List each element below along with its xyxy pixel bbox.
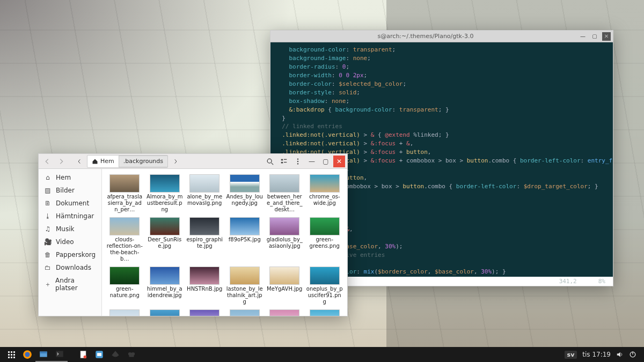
- window-minimize-button[interactable]: —: [305, 155, 318, 168]
- file-item[interactable]: MeYgAVH.jpg: [265, 265, 304, 306]
- window-maximize-button[interactable]: ▢: [319, 155, 332, 168]
- file-name-label: gladiolus_by_asiaonly.jpg: [266, 237, 303, 249]
- file-name-label: green-greens.png: [306, 237, 343, 249]
- file-item[interactable]: alone_by_memovaslg.png: [185, 173, 224, 214]
- window-minimize-button[interactable]: —: [579, 32, 587, 41]
- chevron-left-icon: [77, 159, 82, 164]
- file-manager-window: Hem .backgrounds — ▢ ✕ ⌂Hem▨Bilder🗎Dokum…: [38, 153, 348, 316]
- svg-rect-4: [284, 161, 287, 162]
- sidebar: ⌂Hem▨Bilder🗎Dokument⭳Hämtningar♫Musik🎥Vi…: [39, 169, 102, 316]
- thumbnail-icon: [109, 309, 140, 316]
- thumbnail-icon: [269, 217, 299, 235]
- thumbnail-icon: [189, 217, 219, 235]
- sidebar-item-papperskorg[interactable]: 🗑Papperskorg: [39, 248, 101, 261]
- file-name-label: Andes_by_loungedy.jpg: [226, 194, 264, 206]
- path-back-button[interactable]: [73, 155, 86, 168]
- thumbnail-icon: [310, 217, 340, 235]
- terminal-title: s@arch:~/.themes/Plano/gtk-3.0: [273, 33, 579, 40]
- view-mode-button[interactable]: [277, 155, 290, 168]
- menu-button[interactable]: [291, 155, 304, 168]
- file-item[interactable]: HNSTRnB.jpg: [185, 265, 224, 306]
- svg-rect-11: [40, 352, 47, 353]
- crumb-home[interactable]: Hem: [87, 156, 119, 167]
- firefox-launcher[interactable]: [19, 347, 35, 362]
- file-name-label: chrome_os-wide.jpg: [306, 194, 343, 206]
- file-manager-launcher[interactable]: [35, 347, 52, 362]
- file-item[interactable]: himmel_by_aidendrew.jpg: [145, 265, 185, 306]
- clock[interactable]: tis 17:19: [582, 351, 611, 358]
- app-launcher-1[interactable]: [91, 347, 107, 362]
- sidebar-item-label: Papperskorg: [56, 251, 96, 258]
- separator: [68, 347, 75, 362]
- icon-view[interactable]: afpera_traslasierra_by_adn_per…Almora_by…: [102, 169, 347, 316]
- path-forward-button[interactable]: [169, 155, 182, 168]
- generic-app-icon: [94, 350, 104, 359]
- thumbnail-icon: [269, 174, 299, 193]
- sidebar-item-downloads[interactable]: 🗀Downloads: [39, 261, 101, 274]
- file-item[interactable]: Almora_by_mustberesult.png: [145, 173, 185, 214]
- thumbnail-icon: [150, 267, 180, 285]
- file-item[interactable]: f89oP5K.jpg: [225, 216, 265, 263]
- keyboard-layout-indicator[interactable]: sv: [565, 351, 577, 359]
- file-item[interactable]: between_here_and_there_deskt…: [265, 173, 304, 214]
- sidebar-item-hem[interactable]: ⌂Hem: [39, 171, 101, 184]
- thumbnail-icon: [150, 309, 180, 316]
- sidebar-item-label: Hem: [56, 174, 71, 181]
- file-item[interactable]: purple_by_asiaonly.jpg: [185, 308, 224, 316]
- sidebar-item-video[interactable]: 🎥Video: [39, 235, 101, 248]
- file-item[interactable]: Andes_by_loungedy.jpg: [225, 173, 265, 214]
- file-item[interactable]: oneplus_by_puscifer91.png: [305, 265, 345, 306]
- sidebar-item-dokument[interactable]: 🗎Dokument: [39, 197, 101, 210]
- sidebar-item-bilder[interactable]: ▨Bilder: [39, 184, 101, 197]
- file-item[interactable]: clouds-reflection-on-the-beach-b…: [105, 216, 144, 263]
- applications-menu-button[interactable]: [3, 347, 19, 362]
- nav-forward-button[interactable]: [55, 155, 68, 168]
- thumbnail-icon: [230, 217, 260, 235]
- crumb-current[interactable]: .backgrounds: [119, 156, 168, 167]
- search-button[interactable]: [264, 155, 276, 168]
- file-name-label: HNSTRnB.jpg: [187, 286, 222, 292]
- svg-point-7: [297, 163, 298, 164]
- terminal-titlebar[interactable]: s@arch:~/.themes/Plano/gtk-3.0 — ▢ ✕: [270, 31, 613, 42]
- window-close-button[interactable]: ✕: [333, 156, 345, 167]
- window-maximize-button[interactable]: ▢: [590, 32, 599, 41]
- sidebar-item-musik[interactable]: ♫Musik: [39, 223, 101, 235]
- app-launcher-2[interactable]: [123, 347, 140, 362]
- file-item[interactable]: roseate_by_asiaonly.jpg: [265, 308, 304, 316]
- file-item[interactable]: chrome_os-wide.jpg: [305, 173, 345, 214]
- terminal-launcher[interactable]: [52, 347, 68, 362]
- grid-icon: [8, 351, 15, 358]
- volume-indicator[interactable]: [616, 351, 624, 358]
- file-item[interactable]: Deer_SunRise.jpg: [145, 216, 185, 263]
- file-item[interactable]: green-nature.png: [105, 265, 144, 306]
- sidebar-item-label: Bilder: [56, 187, 75, 194]
- sidebar-item-label: Video: [56, 238, 74, 246]
- sidebar-item-hämtningar[interactable]: ⭳Hämtningar: [39, 210, 101, 223]
- file-item[interactable]: gladiolus_by_asiaonly.jpg: [265, 216, 304, 263]
- file-item[interactable]: afpera_traslasierra_by_adn_per…: [105, 173, 144, 214]
- thumbnail-icon: [310, 267, 340, 285]
- sidebar-item-label: Downloads: [56, 264, 91, 271]
- sidebar-item-andra platser[interactable]: ＋Andra platser: [39, 274, 101, 294]
- home-icon: [92, 158, 98, 165]
- svg-point-14: [84, 356, 87, 359]
- file-item[interactable]: green-greens.png: [305, 216, 345, 263]
- image-icon: ▨: [44, 187, 52, 194]
- file-item[interactable]: prop_my_sky.png: [145, 308, 185, 316]
- file-item[interactable]: seaside_by_thatonetommy.png: [305, 308, 345, 316]
- file-item[interactable]: lastone_by_lethalnik_art.jpg: [225, 265, 265, 306]
- folder-icon: [39, 349, 48, 359]
- sidebar-item-label: Hämtningar: [56, 212, 94, 220]
- file-item[interactable]: reflection_by_puscifer91.png: [225, 308, 265, 316]
- file-name-label: Deer_SunRise.jpg: [147, 237, 184, 249]
- file-item[interactable]: espiro_graphite.jpg: [185, 216, 224, 263]
- thumbnail-icon: [109, 267, 140, 285]
- window-close-button[interactable]: ✕: [602, 32, 611, 41]
- nav-back-button[interactable]: [41, 155, 54, 168]
- power-menu-button[interactable]: [629, 351, 636, 358]
- search-icon: [266, 158, 274, 165]
- text-editor-launcher[interactable]: [75, 347, 91, 362]
- file-item[interactable]: Over the clouds_by_gieffe22.jpg: [105, 308, 144, 316]
- inkscape-launcher[interactable]: [107, 347, 123, 362]
- file-name-label: green-nature.png: [106, 286, 143, 299]
